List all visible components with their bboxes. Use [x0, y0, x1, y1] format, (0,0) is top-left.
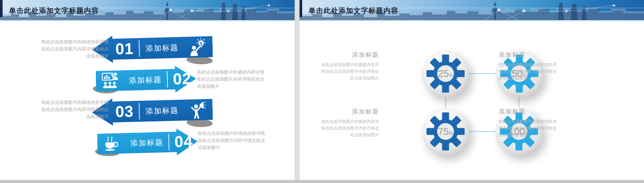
arrow-title: 添加标题 — [129, 74, 162, 85]
desc-placeholder-1[interactable]: 在此点击添加图片的描述内容详情 在此点击添加图片内容详情在此点 击添加图片 — [41, 38, 109, 60]
connector-dotted-top — [470, 73, 495, 74]
gear-100-percent[interactable]: 100% — [495, 108, 543, 155]
gear-title-1[interactable]: 添加标题 — [352, 51, 379, 59]
divider-line — [139, 103, 140, 120]
idea-dollar-bulb-icon: $ — [189, 38, 207, 56]
slide-title-placeholder[interactable]: 单击此处添加文字标题内容 — [309, 6, 398, 16]
connector-dotted-bottom — [470, 131, 495, 132]
megaphone-announce-icon — [189, 100, 207, 119]
connector-dotted-right — [519, 98, 519, 108]
gear-50-percent[interactable]: 50% — [496, 50, 543, 97]
gear-title-3[interactable]: 添加标题 — [352, 108, 379, 116]
bottom-scroll-strip[interactable] — [0, 180, 644, 183]
header-bottom-strip — [300, 20, 644, 21]
desc-placeholder-4[interactable]: 在此点击添加图片的描述内容详情 在此点击添加图片内容详情在此点 击添加图片 — [198, 130, 265, 151]
slide-preview-2[interactable]: 单击此处添加文字标题内容 25% — [300, 0, 644, 180]
step-number: 04 — [174, 134, 193, 150]
svg-text:$: $ — [200, 41, 202, 46]
coffee-cup-icon — [103, 134, 121, 153]
arrow-title: 添加标题 — [130, 137, 164, 148]
gear-75-percent[interactable]: 75% — [422, 108, 469, 155]
step-number: 02 — [173, 71, 191, 87]
percent-value: 75% — [422, 108, 469, 155]
arrow-banner-02[interactable]: 添加标题 02 — [95, 65, 197, 96]
arrow-title: 添加标题 — [145, 43, 179, 53]
percent-value: 100% — [495, 108, 543, 155]
desc-placeholder-3[interactable]: 在此点击添加图片的描述内容详情 在此点击添加图片内容详情在此点 击添加图片 — [41, 99, 109, 120]
gear-desc-1[interactable]: 在此点击添加图片的描述内容详 情在此点击添加图片内容详情在 此点击添加图片 — [321, 61, 379, 81]
presentation-training-icon — [101, 72, 119, 90]
percent-value: 25% — [422, 50, 469, 97]
slide-preview-1[interactable]: 单击此处添加文字标题内容 在此点击添加图片的描述内容详情 在此点击添加图片内容详… — [0, 0, 295, 180]
header-bottom-strip — [0, 20, 295, 21]
arrow-banner-04[interactable]: 添加标题 04 — [97, 127, 198, 158]
slide-title-placeholder[interactable]: 单击此处添加文字标题内容 — [9, 6, 99, 16]
desc-placeholder-2[interactable]: 在此点击添加图片的描述内容详情 在此点击添加图片内容详情在此点 击添加图片 — [197, 69, 264, 90]
gear-25-percent[interactable]: 25% — [422, 50, 469, 97]
arrow-title: 添加标题 — [145, 105, 179, 116]
divider-line — [167, 71, 168, 87]
divider-line — [139, 40, 140, 57]
divider-line — [168, 134, 169, 150]
connector-dotted-left — [445, 98, 446, 108]
percent-value: 50% — [496, 50, 543, 97]
step-number: 01 — [115, 41, 134, 57]
title-accent-bar — [0, 0, 3, 17]
step-number: 03 — [115, 103, 134, 120]
title-accent-bar — [300, 0, 302, 17]
gear-desc-3[interactable]: 在此点击添加图片的描述内容详 情在此点击添加图片内容详情在 此点击添加图片 — [321, 118, 379, 138]
